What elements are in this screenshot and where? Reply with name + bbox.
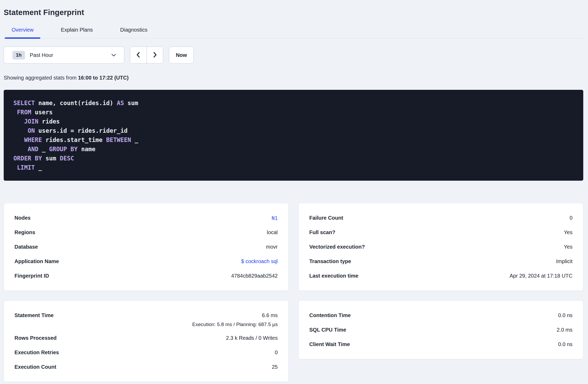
chevron-left-icon [135,51,142,59]
full-scan-label: Full scan? [309,229,335,235]
row-fingerprint-id: Fingerprint ID 4784cb829aab2542 [14,269,278,283]
row-rows-processed: Rows Processed 2.3 k Reads / 0 Writes [14,331,278,345]
summary-cards-row-2: Statement Time 6.6 ms Execution: 5.8 ms … [4,301,583,382]
client-wait-time-label: Client Wait Time [309,341,350,347]
failure-count-value: 0 [570,215,572,221]
contention-time-label: Contention Time [309,312,351,318]
last-execution-time-label: Last execution time [309,273,358,279]
regions-value: local [267,229,278,235]
execution-retries-label: Execution Retries [14,349,59,356]
tab-bar: Overview Explain Plans Diagnostics [4,27,583,38]
row-database: Database movr [14,240,278,254]
sql-cpu-time-label: SQL CPU Time [309,327,346,333]
time-controls: 1h Past Hour [4,47,583,63]
chevron-down-icon [110,52,117,58]
tab-overview[interactable]: Overview [5,27,40,38]
database-value: movr [266,244,278,250]
now-button[interactable]: Now [169,47,194,63]
time-range-dropdown[interactable]: 1h Past Hour [4,47,124,63]
card-execution-attributes: Failure Count 0 Full scan? Yes Vectorize… [298,203,583,291]
regions-label: Regions [14,229,35,235]
full-scan-value: Yes [564,229,572,235]
sql-line: SELECT name, count(rides.id) AS sum [13,99,575,108]
card-contention-times: Contention Time 0.0 ns SQL CPU Time 2.0 … [298,301,583,359]
row-full-scan: Full scan? Yes [309,225,572,240]
sql-line: AND _ GROUP BY name [13,145,575,154]
row-sql-cpu-time: SQL CPU Time 2.0 ms [309,323,572,337]
row-regions: Regions local [14,225,278,240]
row-failure-count: Failure Count 0 [309,211,572,225]
chevron-right-icon [151,51,158,59]
row-vectorized-execution: Vectorized execution? Yes [309,240,572,254]
vectorized-execution-label: Vectorized execution? [309,244,365,250]
aggregated-stats-caption: Showing aggregated stats from 16:00 to 1… [4,75,583,81]
application-name-link[interactable]: $ cockroach sql [241,258,278,264]
vectorized-execution-value: Yes [564,244,572,250]
sql-line: WHERE rides.start_time BETWEEN _ [13,135,575,145]
row-contention-time: Contention Time 0.0 ns [309,308,572,323]
summary-cards-row-1: Nodes N1 Regions local Database movr App… [4,203,583,291]
statement-time-label: Statement Time [14,308,54,323]
stats-caption-prefix: Showing aggregated stats from [4,75,77,81]
row-execution-count: Execution Count 25 [14,360,278,374]
tab-diagnostics[interactable]: Diagnostics [113,27,154,38]
contention-time-value: 0.0 ns [558,312,572,318]
row-last-execution-time: Last execution time Apr 29, 2024 at 17:1… [309,269,572,283]
sql-cpu-time-value: 2.0 ms [557,327,572,333]
row-client-wait-time: Client Wait Time 0.0 ns [309,337,572,352]
card-statement-details: Nodes N1 Regions local Database movr App… [4,203,288,291]
database-label: Database [14,244,38,250]
last-execution-time-value: Apr 29, 2024 at 17:18 UTC [510,273,572,279]
sql-line: FROM users [13,108,575,117]
client-wait-time-value: 0.0 ns [558,341,572,347]
page-title: Statement Fingerprint [4,0,583,17]
sql-line: LIMIT _ [13,163,575,172]
sql-line: ON users.id = rides.rider_id [13,126,575,135]
tab-explain-plans[interactable]: Explain Plans [54,27,99,38]
sql-statement-box: SELECT name, count(rides.id) AS sum FROM… [4,90,583,181]
execution-count-label: Execution Count [14,364,56,370]
card-statement-times: Statement Time 6.6 ms Execution: 5.8 ms … [4,301,288,382]
sql-line: ORDER BY sum DESC [13,154,575,163]
time-range-badge: 1h [12,51,25,60]
statement-time-value: 6.6 ms [262,308,278,323]
previous-range-button[interactable] [130,47,147,63]
row-transaction-type: Transaction type Implicit [309,254,572,269]
transaction-type-label: Transaction type [309,258,351,264]
row-execution-retries: Execution Retries 0 [14,345,278,360]
application-name-label: Application Name [14,258,59,264]
rows-processed-value: 2.3 k Reads / 0 Writes [226,335,278,341]
execution-count-value: 25 [272,364,278,370]
sql-line: JOIN rides [13,117,575,126]
nodes-link[interactable]: N1 [272,215,278,221]
failure-count-label: Failure Count [309,215,343,221]
fingerprint-id-value: 4784cb829aab2542 [231,273,278,279]
execution-retries-value: 0 [275,349,278,356]
statement-time-breakdown: Execution: 5.8 ms / Planning: 687.5 µs [192,322,278,327]
fingerprint-id-label: Fingerprint ID [14,273,49,279]
sql-code: SELECT name, count(rides.id) AS sum FROM… [13,99,575,172]
nodes-label: Nodes [14,215,31,221]
time-step-buttons [130,47,163,63]
transaction-type-value: Implicit [556,258,572,264]
row-statement-time: Statement Time 6.6 ms Execution: 5.8 ms … [14,308,278,331]
row-nodes: Nodes N1 [14,211,278,225]
row-application-name: Application Name $ cockroach sql [14,254,278,269]
stats-caption-range: 16:00 to 17:22 (UTC) [78,75,128,81]
next-range-button[interactable] [147,47,163,63]
statement-fingerprint-page: Statement Fingerprint Overview Explain P… [0,0,588,382]
rows-processed-label: Rows Processed [14,335,57,341]
time-range-label: Past Hour [30,52,53,58]
